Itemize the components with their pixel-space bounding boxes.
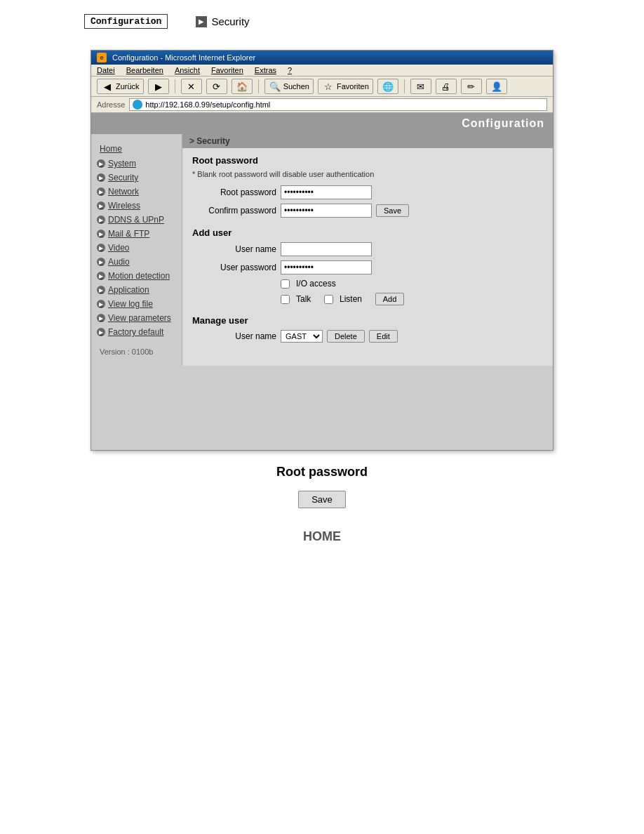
delete-user-button[interactable]: Delete bbox=[327, 330, 365, 343]
io-access-row: I/O access bbox=[281, 279, 543, 289]
manage-username-label: User name bbox=[192, 331, 276, 341]
sidebar: Home ▶ System ▶ Security ▶ Network ▶ Wir… bbox=[91, 134, 182, 366]
mail-icon: ✉ bbox=[415, 80, 427, 93]
search-icon: 🔍 bbox=[269, 80, 281, 93]
sidebar-arrow-viewlog: ▶ bbox=[97, 300, 105, 308]
root-password-input[interactable] bbox=[281, 185, 372, 199]
menu-favoriten[interactable]: Favoriten bbox=[211, 66, 243, 74]
sidebar-arrow-application: ▶ bbox=[97, 286, 105, 294]
user-password-label: User password bbox=[192, 263, 276, 272]
sidebar-item-factory[interactable]: ▶ Factory default bbox=[91, 325, 182, 339]
root-password-save-button[interactable]: Save bbox=[376, 204, 409, 217]
content-header-title: Configuration bbox=[462, 117, 544, 129]
security-text: Security bbox=[211, 15, 249, 27]
edit-button[interactable]: ✏ bbox=[461, 79, 482, 94]
sidebar-arrow-system: ▶ bbox=[97, 159, 105, 168]
sidebar-item-viewlog[interactable]: ▶ View log file bbox=[91, 297, 182, 311]
browser-addressbar: Adresse 🌐 http://192.168.0.99/setup/conf… bbox=[91, 97, 553, 113]
print-button[interactable]: 🖨 bbox=[436, 79, 457, 94]
refresh-icon: ⟳ bbox=[210, 80, 223, 93]
search-button[interactable]: 🔍 Suchen bbox=[264, 79, 314, 94]
star-icon: ☆ bbox=[322, 80, 335, 93]
stop-button[interactable]: ✕ bbox=[181, 79, 202, 94]
back-button[interactable]: ◀ Zurück bbox=[97, 79, 144, 94]
sidebar-item-network[interactable]: ▶ Network bbox=[91, 185, 182, 199]
top-annotation: Configuration ▶ Security bbox=[0, 0, 644, 43]
sidebar-item-application[interactable]: ▶ Application bbox=[91, 283, 182, 297]
address-input[interactable]: 🌐 http://192.168.0.99/setup/config.html bbox=[129, 98, 547, 111]
sidebar-arrow-network: ▶ bbox=[97, 187, 105, 196]
section-content: Root password * Blank root password will… bbox=[182, 148, 553, 354]
media-button[interactable]: 🌐 bbox=[377, 79, 398, 94]
listen-checkbox[interactable] bbox=[324, 295, 333, 304]
toolbar-separator-1 bbox=[175, 79, 175, 93]
talk-listen-row: Talk Listen Add bbox=[281, 293, 543, 305]
sidebar-label-wireless: Wireless bbox=[108, 201, 140, 211]
sidebar-arrow-motion: ▶ bbox=[97, 272, 105, 280]
sidebar-version: Version : 0100b bbox=[91, 339, 182, 359]
sidebar-item-wireless[interactable]: ▶ Wireless bbox=[91, 199, 182, 213]
sidebar-item-video[interactable]: ▶ Video bbox=[91, 241, 182, 255]
edit-icon: ✏ bbox=[465, 80, 478, 93]
mail-button[interactable]: ✉ bbox=[410, 79, 431, 94]
manage-user-section: Manage user User name GAST Delete Edit bbox=[192, 315, 543, 343]
browser-menubar: Datei Bearbeiten Ansicht Favoriten Extra… bbox=[91, 65, 553, 77]
below-save-button[interactable]: Save bbox=[298, 491, 346, 508]
security-label: ▶ Security bbox=[196, 15, 249, 27]
menu-extras[interactable]: Extras bbox=[255, 66, 276, 74]
menu-bearbeiten[interactable]: Bearbeiten bbox=[126, 66, 163, 74]
browser-content: Configuration Home ▶ System ▶ Security ▶… bbox=[91, 113, 553, 450]
address-label: Adresse bbox=[97, 100, 125, 109]
sidebar-item-motion[interactable]: ▶ Motion detection bbox=[91, 269, 182, 283]
edit-user-button[interactable]: Edit bbox=[369, 330, 398, 343]
search-label: Suchen bbox=[283, 82, 309, 91]
io-access-checkbox[interactable] bbox=[281, 279, 290, 289]
browser-toolbar: ◀ Zurück ▶ ✕ ⟳ 🏠 🔍 Suchen ☆ Favoriten 🌐 bbox=[91, 77, 553, 97]
home-toolbar-button[interactable]: 🏠 bbox=[232, 79, 253, 94]
manage-username-select[interactable]: GAST bbox=[281, 330, 323, 343]
sidebar-item-mail[interactable]: ▶ Mail & FTP bbox=[91, 227, 182, 241]
menu-datei[interactable]: Datei bbox=[97, 66, 115, 74]
talk-label: Talk bbox=[296, 294, 311, 304]
sidebar-item-home[interactable]: Home bbox=[91, 141, 182, 157]
sidebar-item-system[interactable]: ▶ System bbox=[91, 157, 182, 171]
talk-checkbox[interactable] bbox=[281, 295, 290, 304]
sidebar-item-audio[interactable]: ▶ Audio bbox=[91, 255, 182, 269]
forward-button[interactable]: ▶ bbox=[148, 79, 169, 94]
discuss-button[interactable]: 👤 bbox=[486, 79, 507, 94]
username-input[interactable] bbox=[281, 242, 372, 256]
toolbar-separator-2 bbox=[258, 79, 259, 93]
sidebar-label-mail: Mail & FTP bbox=[108, 229, 149, 239]
sidebar-label-viewlog: View log file bbox=[108, 299, 153, 309]
sidebar-label-application: Application bbox=[108, 285, 149, 295]
stop-icon: ✕ bbox=[185, 80, 198, 93]
save-btn-container: Save bbox=[84, 491, 560, 508]
favorites-button[interactable]: ☆ Favoriten bbox=[318, 79, 373, 94]
listen-label: Listen bbox=[340, 294, 362, 304]
sidebar-arrow-audio: ▶ bbox=[97, 258, 105, 266]
sidebar-item-ddns[interactable]: ▶ DDNS & UPnP bbox=[91, 213, 182, 227]
menu-help[interactable]: ? bbox=[288, 66, 292, 74]
manage-user-row: User name GAST Delete Edit bbox=[192, 330, 543, 343]
sidebar-label-ddns: DDNS & UPnP bbox=[108, 215, 164, 225]
sidebar-arrow-mail: ▶ bbox=[97, 230, 105, 238]
sidebar-item-security[interactable]: ▶ Security bbox=[91, 171, 182, 185]
sidebar-label-viewparams: View parameters bbox=[108, 313, 171, 323]
sidebar-label-motion: Motion detection bbox=[108, 271, 170, 281]
sidebar-arrow-viewparams: ▶ bbox=[97, 314, 105, 322]
user-password-row: User password bbox=[192, 260, 543, 274]
user-password-input[interactable] bbox=[281, 260, 372, 274]
io-access-label: I/O access bbox=[296, 279, 336, 289]
browser-titlebar: e Configuration - Microsoft Internet Exp… bbox=[91, 51, 553, 65]
confirm-password-label: Confirm password bbox=[192, 206, 276, 216]
sidebar-arrow-ddns: ▶ bbox=[97, 216, 105, 224]
menu-ansicht[interactable]: Ansicht bbox=[175, 66, 200, 74]
add-user-button[interactable]: Add bbox=[375, 293, 405, 305]
sidebar-arrow-video: ▶ bbox=[97, 244, 105, 252]
confirm-password-row: Confirm password Save bbox=[192, 204, 543, 218]
refresh-button[interactable]: ⟳ bbox=[206, 79, 227, 94]
browser-window: e Configuration - Microsoft Internet Exp… bbox=[90, 50, 554, 451]
confirm-password-input[interactable] bbox=[281, 204, 372, 218]
sidebar-item-viewparams[interactable]: ▶ View parameters bbox=[91, 311, 182, 325]
root-password-section-title: Root password bbox=[192, 155, 543, 166]
